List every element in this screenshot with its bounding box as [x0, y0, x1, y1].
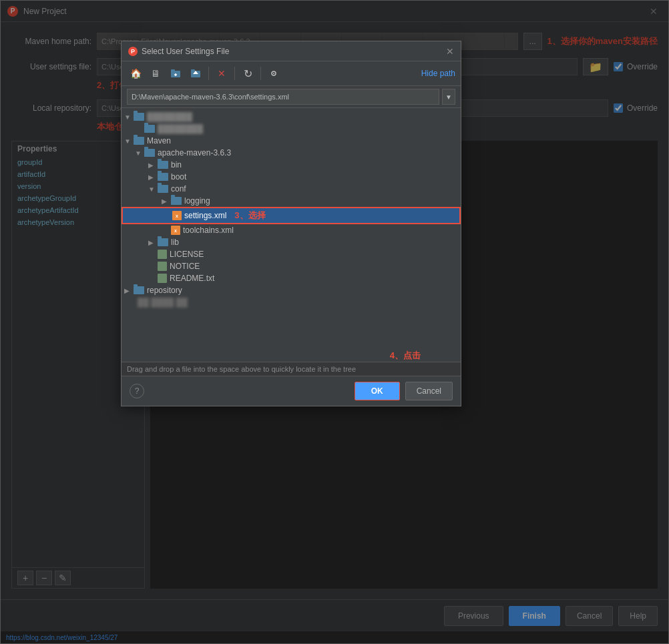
annotation-4: 4、点击 [390, 350, 421, 362]
modal-title-bar: P Select User Settings File ✕ [122, 41, 461, 61]
tree-notice-label: NOTICE [170, 262, 200, 271]
tree-item[interactable]: ████████ [122, 123, 461, 135]
tree-apache-maven-arrow: ▼ [135, 149, 144, 157]
license-file-icon [158, 250, 167, 259]
tree-item[interactable]: ▼ ████████ [122, 111, 461, 123]
apache-maven-folder-icon [144, 149, 155, 157]
modal-cancel-button[interactable]: Cancel [405, 382, 453, 400]
modal-title: Select User Settings File [142, 47, 446, 56]
annotation-3: 3、选择 [234, 210, 265, 222]
tree-blurred-label: ██ ████ ██ [138, 298, 188, 307]
tree-item-license[interactable]: LICENSE [122, 248, 461, 260]
toolbar-settings-button[interactable] [265, 65, 282, 81]
tree-toolchains-xml-label: toolchains.xml [183, 226, 234, 235]
tree-item-boot[interactable]: ▶ boot [122, 171, 461, 183]
modal-help-button[interactable]: ? [130, 384, 144, 398]
tree-logging-arrow: ▶ [162, 198, 171, 205]
modal-hint: Drag and drop a file into the space abov… [122, 362, 461, 376]
notice-file-icon [158, 262, 167, 271]
tree-item-label: ████████ [147, 112, 192, 121]
modal-ok-button[interactable]: OK [355, 382, 400, 400]
tree-arrow: ▼ [124, 113, 134, 121]
bin-folder-icon [158, 161, 168, 169]
tree-conf-label: conf [171, 184, 186, 194]
tree-lib-label: lib [171, 238, 179, 247]
tree-item-blurred[interactable]: ██ ████ ██ [122, 296, 461, 308]
tree-lib-arrow: ▶ [148, 239, 158, 246]
tree-boot-label: boot [171, 172, 186, 182]
svg-rect-1 [171, 69, 175, 72]
lib-folder-icon [158, 238, 168, 246]
hint-area: Drag and drop a file into the space abov… [122, 362, 461, 376]
toolbar-refresh-button[interactable]: ↻ [239, 65, 256, 81]
tree-item-readme[interactable]: README.txt [122, 272, 461, 284]
modal-footer: ? OK Cancel [122, 376, 461, 406]
tree-readme-label: README.txt [170, 274, 214, 283]
readme-file-icon [158, 274, 167, 283]
modal-toolbar: 🏠 🖥 ✕ ↻ Hide path [122, 61, 461, 86]
settings-xml-icon: x [172, 211, 182, 220]
toolchains-xml-icon: x [171, 226, 180, 235]
modal-path-bar: ▼ [122, 86, 461, 108]
maven-folder-icon [134, 137, 144, 145]
tree-maven-arrow: ▼ [124, 137, 134, 145]
tree-item-settings-xml[interactable]: x settings.xml 3、选择 [122, 207, 461, 224]
tree-item-bin[interactable]: ▶ bin [122, 159, 461, 171]
logging-folder-icon [171, 197, 182, 205]
toolbar-home-button[interactable]: 🏠 [127, 65, 144, 81]
svg-point-8 [273, 73, 274, 74]
tree-repository-label: repository [147, 286, 182, 295]
modal-app-icon: P [128, 47, 138, 56]
toolbar-sep-2 [234, 67, 235, 80]
modal-overlay: P Select User Settings File ✕ 🏠 🖥 ✕ ↻ [1, 1, 668, 643]
tree-conf-arrow: ▼ [148, 186, 158, 193]
tree-item-conf[interactable]: ▼ conf [122, 183, 461, 195]
tree-logging-label: logging [184, 196, 210, 206]
tree-license-label: LICENSE [170, 250, 204, 259]
tree-maven-label: Maven [147, 136, 171, 145]
hide-path-link[interactable]: Hide path [421, 69, 455, 78]
tree-item-apache-maven[interactable]: ▼ apache-maven-3.6.3 [122, 147, 461, 159]
tree-repository-arrow: ▶ [124, 287, 134, 294]
tree-bin-label: bin [171, 160, 182, 170]
tree-item-repository[interactable]: ▶ repository [122, 284, 461, 296]
svg-rect-5 [191, 69, 195, 72]
modal-close-button[interactable]: ✕ [446, 46, 454, 57]
folder-icon [144, 125, 155, 133]
tree-apache-maven-label: apache-maven-3.6.3 [158, 148, 231, 157]
boot-folder-icon [158, 173, 168, 181]
repository-folder-icon [134, 286, 144, 294]
main-window: P New Project ✕ Maven home path: ... 1、选… [0, 0, 669, 644]
toolbar-delete-button[interactable]: ✕ [213, 65, 230, 81]
file-tree[interactable]: ▼ ████████ ████████ ▼ Maven [122, 108, 461, 362]
file-picker-modal: P Select User Settings File ✕ 🏠 🖥 ✕ ↻ [121, 41, 461, 406]
tree-item-logging[interactable]: ▶ logging [122, 195, 461, 207]
folder-icon [134, 113, 144, 121]
toolbar-sep-1 [208, 67, 209, 80]
tree-item-notice[interactable]: NOTICE [122, 260, 461, 272]
tree-item-maven[interactable]: ▼ Maven [122, 135, 461, 147]
path-input[interactable] [127, 89, 439, 105]
tree-boot-arrow: ▶ [148, 174, 158, 181]
toolbar-desktop-button[interactable]: 🖥 [147, 65, 164, 81]
tree-item-label: ████████ [158, 124, 203, 133]
tree-item-toolchains-xml[interactable]: x toolchains.xml [122, 224, 461, 236]
toolbar-sep-3 [260, 67, 261, 80]
path-dropdown-button[interactable]: ▼ [442, 89, 455, 105]
tree-item-lib[interactable]: ▶ lib [122, 236, 461, 248]
tree-bin-arrow: ▶ [148, 162, 158, 169]
tree-settings-xml-label: settings.xml [184, 211, 226, 220]
toolbar-newfolder-button[interactable] [167, 65, 184, 81]
toolbar-upfolder-button[interactable] [187, 65, 204, 81]
conf-folder-icon [158, 185, 168, 193]
